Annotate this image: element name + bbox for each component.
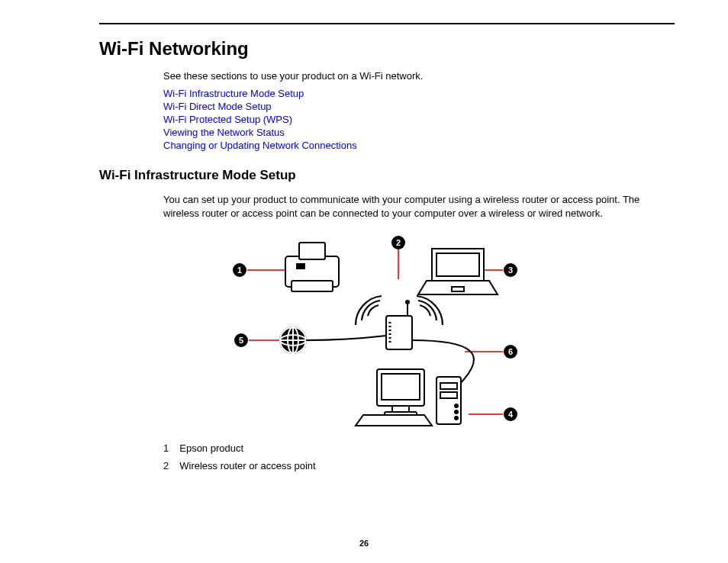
intro-block: See these sections to use your product o…: [163, 70, 675, 151]
svg-rect-13: [299, 243, 325, 259]
toc-link-list: Wi-Fi Infrastructure Mode Setup Wi-Fi Di…: [163, 88, 675, 151]
callout-3: 3: [508, 265, 513, 275]
legend-text: Epson product: [179, 439, 326, 457]
wifi-waves-left-icon: [356, 296, 382, 325]
intro-text: See these sections to use your product o…: [163, 70, 675, 82]
section-body: You can set up your product to communica…: [163, 193, 675, 220]
page-rule: [99, 23, 675, 24]
toc-link-changing[interactable]: Changing or Updating Network Connections: [163, 140, 357, 151]
desktop-icon: [356, 369, 461, 426]
svg-point-37: [455, 417, 458, 420]
page-number: 26: [0, 539, 728, 548]
svg-rect-16: [436, 253, 479, 276]
section-heading: Wi-Fi Infrastructure Mode Setup: [99, 168, 675, 183]
svg-rect-34: [440, 392, 457, 398]
network-diagram: 1 2 3 4 5 6: [163, 233, 530, 432]
legend-text: Wireless router or access point: [179, 457, 326, 475]
svg-rect-30: [392, 406, 409, 412]
svg-rect-33: [440, 383, 457, 389]
callout-4: 4: [508, 410, 514, 419]
legend-num: 1: [163, 439, 179, 457]
document-page: Wi-Fi Networking See these sections to u…: [0, 0, 728, 563]
cable-internet: [306, 336, 386, 340]
svg-point-35: [455, 404, 458, 407]
globe-icon: [280, 327, 306, 353]
callout-5: 5: [239, 336, 243, 345]
toc-link-direct[interactable]: Wi-Fi Direct Mode Setup: [163, 101, 272, 112]
callout-1: 1: [237, 265, 242, 275]
legend-num: 2: [163, 457, 179, 475]
svg-point-36: [455, 410, 458, 413]
svg-rect-15: [297, 264, 304, 269]
network-diagram-svg: 1 2 3 4 5 6: [163, 233, 530, 432]
legend-row: 2 Wireless router or access point: [163, 457, 327, 475]
svg-point-20: [406, 301, 409, 304]
callout-2: 2: [396, 238, 401, 247]
diagram-legend: 1 Epson product 2 Wireless router or acc…: [163, 439, 327, 475]
router-icon: [386, 301, 412, 349]
toc-link-wps[interactable]: Wi-Fi Protected Setup (WPS): [163, 114, 292, 125]
callout-6: 6: [508, 347, 513, 356]
svg-rect-14: [292, 281, 333, 291]
laptop-icon: [418, 249, 498, 294]
wifi-waves-right-icon: [417, 296, 443, 325]
toc-link-infrastructure[interactable]: Wi-Fi Infrastructure Mode Setup: [163, 88, 304, 99]
page-title: Wi-Fi Networking: [99, 38, 675, 60]
printer-icon: [285, 243, 339, 291]
toc-link-status[interactable]: Viewing the Network Status: [163, 127, 285, 138]
svg-rect-29: [382, 374, 420, 400]
legend-row: 1 Epson product: [163, 439, 327, 457]
svg-rect-18: [386, 316, 412, 349]
